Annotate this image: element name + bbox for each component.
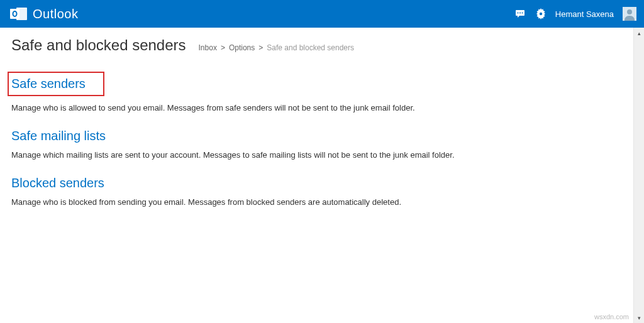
avatar[interactable] xyxy=(623,7,636,21)
section-safe-mailing-lists: Safe mailing lists Manage which mailing … xyxy=(11,129,622,161)
header-left: Outlook xyxy=(10,6,78,22)
section-blocked-senders: Blocked senders Manage who is blocked fr… xyxy=(11,176,622,208)
svg-point-8 xyxy=(521,13,523,14)
svg-point-9 xyxy=(540,13,542,15)
breadcrumb-options[interactable]: Options xyxy=(229,43,255,52)
watermark: wsxdn.com xyxy=(594,313,629,320)
svg-point-6 xyxy=(517,13,518,14)
user-name[interactable]: Hemant Saxena xyxy=(555,9,614,19)
breadcrumb-sep: > xyxy=(258,43,263,52)
section-safe-senders: Safe senders Manage who is allowed to se… xyxy=(11,72,622,114)
app-header: Outlook Hemant Saxena xyxy=(0,0,644,28)
breadcrumb: Inbox > Options > Safe and blocked sende… xyxy=(199,43,355,52)
safe-senders-link[interactable]: Safe senders xyxy=(8,72,104,96)
svg-point-7 xyxy=(519,13,521,14)
chat-icon[interactable] xyxy=(515,8,526,19)
content-wrap: Safe and blocked senders Inbox > Options… xyxy=(0,28,644,323)
vertical-scrollbar[interactable]: ▴ ▾ xyxy=(633,28,644,323)
main-content: Safe and blocked senders Inbox > Options… xyxy=(0,28,633,323)
title-row: Safe and blocked senders Inbox > Options… xyxy=(11,36,622,54)
svg-point-3 xyxy=(14,12,16,16)
page-title: Safe and blocked senders xyxy=(11,36,186,54)
header-right: Hemant Saxena xyxy=(515,7,636,21)
safe-mailing-lists-desc: Manage which mailing lists are sent to y… xyxy=(11,150,622,161)
breadcrumb-inbox[interactable]: Inbox xyxy=(199,43,217,52)
safe-senders-desc: Manage who is allowed to send you email.… xyxy=(11,102,622,114)
breadcrumb-current: Safe and blocked senders xyxy=(267,43,354,52)
svg-point-11 xyxy=(627,9,632,14)
app-name[interactable]: Outlook xyxy=(33,7,78,21)
outlook-logo-icon[interactable] xyxy=(10,6,28,22)
safe-mailing-lists-link[interactable]: Safe mailing lists xyxy=(11,129,106,143)
breadcrumb-sep: > xyxy=(221,43,225,52)
blocked-senders-link[interactable]: Blocked senders xyxy=(11,176,104,190)
scroll-up-arrow-icon[interactable]: ▴ xyxy=(634,28,644,38)
gear-icon[interactable] xyxy=(535,8,547,19)
blocked-senders-desc: Manage who is blocked from sending you e… xyxy=(11,197,622,208)
scroll-down-arrow-icon[interactable]: ▾ xyxy=(634,312,644,323)
